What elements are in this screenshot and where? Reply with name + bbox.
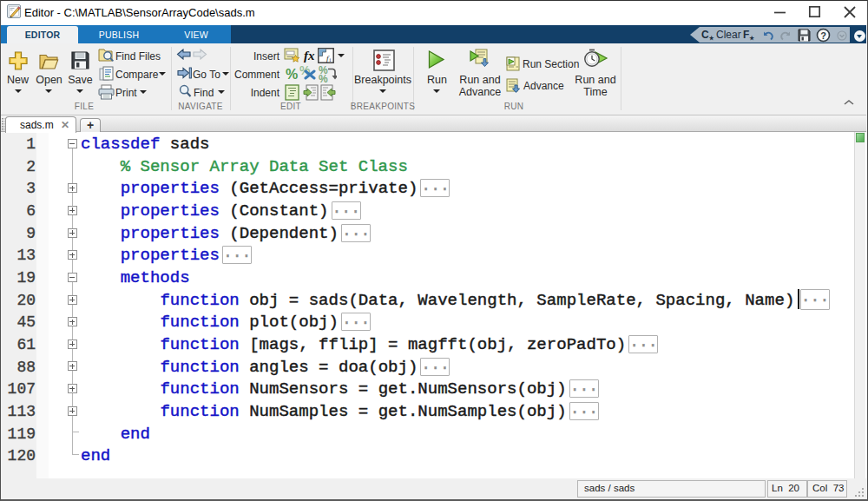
svg-text:?: ? bbox=[820, 30, 826, 41]
